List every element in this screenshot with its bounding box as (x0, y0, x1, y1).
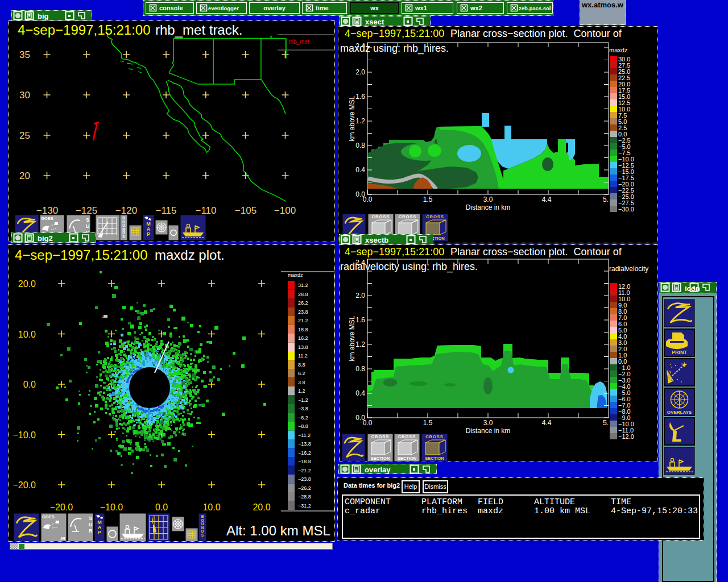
svg-text:4−sep−1997,15:21:00: 4−sep−1997,15:21:00 (345, 246, 444, 257)
svg-text:3.8: 3.8 (298, 380, 305, 385)
svg-text:25: 25 (19, 130, 30, 141)
svg-text:OVERLAYS: OVERLAYS (667, 410, 692, 415)
svg-text:−6.2: −6.2 (298, 415, 308, 421)
svg-text:2.4: 2.4 (355, 259, 365, 267)
svg-text:Alt: 1.00 km MSL: Alt: 1.00 km MSL (226, 523, 330, 538)
svg-text:rhb_met: rhb_met (288, 39, 309, 45)
svg-text:−20.0: −20.0 (50, 502, 73, 512)
svg-text:P: P (98, 530, 101, 535)
svg-text:−23.8: −23.8 (298, 476, 311, 482)
svg-text:maxdz plot.: maxdz plot. (155, 247, 225, 263)
svg-text:13.8: 13.8 (298, 344, 308, 350)
svg-text:35: 35 (19, 49, 30, 60)
svg-text:U: U (86, 223, 90, 229)
svg-text:30: 30 (19, 90, 30, 101)
svg-text:Planar cross−section plot. Co: Planar cross−section plot. Contour of (450, 28, 622, 39)
svg-text:eventlogger: eventlogger (208, 5, 239, 11)
svg-text:28.8: 28.8 (298, 292, 308, 297)
svg-text:0.0: 0.0 (363, 419, 373, 427)
svg-text:km above MSL: km above MSL (348, 315, 356, 361)
svg-text:−18.8: −18.8 (298, 459, 311, 464)
svg-text:0.4: 0.4 (355, 166, 365, 174)
svg-text:xsect: xsect (365, 18, 384, 26)
svg-text:10.0: 10.0 (18, 330, 36, 339)
svg-text:2.4: 2.4 (355, 42, 365, 50)
svg-text:1.6: 1.6 (355, 316, 365, 324)
svg-text:0.0: 0.0 (363, 196, 373, 203)
svg-text:SECTION: SECTION (398, 456, 416, 461)
svg-text:10.0: 10.0 (202, 502, 220, 512)
svg-text:console: console (159, 5, 183, 11)
svg-text:4.4: 4.4 (542, 196, 552, 203)
svg-text:−110: −110 (195, 205, 216, 216)
svg-text:−3.8: −3.8 (298, 406, 308, 411)
svg-text:−8.8: −8.8 (298, 423, 308, 429)
svg-text:4.4: 4.4 (542, 419, 552, 427)
svg-text:0.8: 0.8 (355, 365, 365, 373)
svg-text:1.6: 1.6 (355, 93, 365, 101)
svg-text:SECTION: SECTION (371, 456, 390, 461)
svg-text:S: S (122, 235, 125, 239)
svg-text:21.2: 21.2 (298, 318, 308, 323)
svg-text:wx2: wx2 (470, 5, 482, 11)
svg-text:CROSS: CROSS (371, 434, 390, 439)
svg-text:S: S (201, 533, 204, 537)
svg-text:maxdz: maxdz (609, 47, 627, 53)
svg-text:−28.8: −28.8 (298, 494, 311, 500)
svg-text:23.8: 23.8 (298, 309, 308, 315)
svg-text:overlay: overlay (365, 465, 391, 474)
svg-text:time: time (316, 5, 329, 11)
svg-text:−125: −125 (76, 205, 97, 216)
svg-text:4−sep−1997,15:21:00: 4−sep−1997,15:21:00 (345, 28, 444, 39)
svg-text:−115: −115 (155, 205, 176, 216)
svg-text:−16.2: −16.2 (298, 450, 311, 456)
svg-text:1.2: 1.2 (355, 340, 365, 348)
svg-text:4−sep−1997,15:21:00: 4−sep−1997,15:21:00 (18, 22, 151, 38)
svg-text:0.4: 0.4 (355, 389, 365, 397)
svg-text:−20.0: −20.0 (13, 480, 36, 490)
svg-text:U: U (89, 522, 93, 527)
svg-text:radialvelocity: radialvelocity (609, 265, 648, 273)
svg-text:1.5: 1.5 (423, 419, 433, 427)
svg-text:big2: big2 (38, 234, 53, 243)
svg-text:maxdz: maxdz (288, 272, 303, 278)
svg-text:18.8: 18.8 (298, 327, 308, 332)
svg-text:31.2: 31.2 (298, 282, 308, 288)
svg-text:6.2: 6.2 (298, 371, 305, 376)
svg-text:P: P (147, 231, 150, 237)
svg-text:S: S (89, 516, 92, 521)
svg-text:11.2: 11.2 (298, 353, 308, 359)
svg-text:.IR: .IR (60, 536, 65, 541)
svg-text:CROSS: CROSS (425, 434, 444, 439)
svg-text:16.2: 16.2 (298, 335, 308, 341)
svg-text:GOES: GOES (41, 216, 53, 221)
svg-text:−12.0: −12.0 (618, 433, 634, 440)
svg-text:CROSS: CROSS (399, 214, 417, 219)
svg-text:Distance in km: Distance in km (466, 203, 511, 211)
svg-text:3.0: 3.0 (483, 196, 493, 203)
svg-text:20.0: 20.0 (253, 502, 270, 512)
svg-text:CROSS: CROSS (398, 434, 416, 439)
svg-text:20.0: 20.0 (18, 279, 36, 289)
svg-text:big: big (38, 12, 49, 20)
svg-text:5.: 5. (603, 419, 609, 427)
svg-text:2.0: 2.0 (355, 68, 365, 76)
svg-text:8.8: 8.8 (298, 362, 305, 368)
svg-text:zeb.pacs.sol: zeb.pacs.sol (519, 5, 551, 11)
svg-text:−21.2: −21.2 (298, 468, 311, 473)
svg-text:Planar cross−section plot. Co: Planar cross−section plot. Contour of (450, 246, 622, 257)
svg-text:−26.2: −26.2 (298, 485, 311, 491)
svg-text:1.2: 1.2 (355, 117, 365, 125)
svg-text:−10.0: −10.0 (100, 502, 123, 512)
svg-text:20: 20 (19, 171, 30, 181)
svg-text:−130: −130 (36, 205, 58, 216)
svg-text:−105: −105 (235, 205, 257, 216)
svg-text:CROSS: CROSS (426, 214, 444, 219)
svg-text:−120: −120 (115, 205, 137, 216)
svg-text:−100: −100 (274, 205, 296, 216)
svg-text:5.: 5. (603, 196, 609, 203)
svg-text:R: R (89, 528, 93, 534)
svg-text:xsectb: xsectb (365, 236, 388, 244)
svg-text:wx1: wx1 (415, 5, 427, 11)
svg-text:−31.2: −31.2 (298, 503, 311, 509)
